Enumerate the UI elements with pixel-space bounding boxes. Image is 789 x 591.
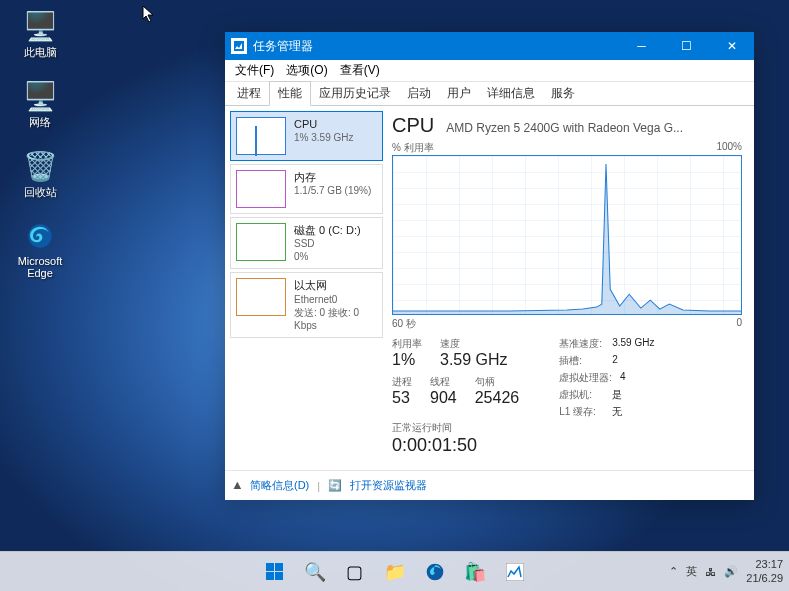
window-bottom-bar: ⯅ 简略信息(D) | 🔄 打开资源监视器 — [225, 470, 754, 500]
stat-virtualization: 是 — [612, 388, 622, 402]
menu-options[interactable]: 选项(O) — [280, 60, 333, 81]
cpu-chart[interactable] — [392, 155, 742, 315]
sidebar-item-disk[interactable]: 磁盘 0 (C: D:)SSD0% — [230, 217, 383, 269]
stat-sockets: 2 — [612, 354, 618, 368]
desktop-icon-edge[interactable]: Microsoft Edge — [10, 220, 70, 279]
open-resmon-link[interactable]: 打开资源监视器 — [350, 478, 427, 493]
maximize-button[interactable]: ☐ — [664, 32, 709, 60]
stat-processes: 53 — [392, 389, 412, 407]
clock[interactable]: 23:17 21/6.29 — [746, 558, 783, 584]
network-thumb — [236, 278, 286, 316]
tab-bar: 进程 性能 应用历史记录 启动 用户 详细信息 服务 — [225, 82, 754, 106]
pc-icon: 🖥️ — [24, 10, 56, 42]
app-icon — [231, 38, 247, 54]
sidebar-item-memory[interactable]: 内存1.1/5.7 GB (19%) — [230, 164, 383, 214]
disk-thumb — [236, 223, 286, 261]
stat-logical-processors: 4 — [620, 371, 626, 385]
stat-uptime: 0:00:01:50 — [392, 435, 519, 456]
recycle-icon: 🗑️ — [24, 150, 56, 182]
tab-services[interactable]: 服务 — [543, 82, 583, 105]
stat-speed: 3.59 GHz — [440, 351, 508, 369]
tray-chevron-up-icon[interactable]: ⌃ — [669, 565, 678, 578]
stat-utilization: 1% — [392, 351, 422, 369]
desktop-icon-this-pc[interactable]: 🖥️ 此电脑 — [10, 10, 70, 60]
close-button[interactable]: ✕ — [709, 32, 754, 60]
resource-title: CPU — [392, 114, 434, 137]
edge-icon — [24, 220, 56, 252]
svg-rect-1 — [234, 41, 244, 51]
taskbar: 🔍 ▢ 📁 🛍️ ⌃ 英 🖧 🔊 23:17 21/6.29 — [0, 551, 789, 591]
tab-details[interactable]: 详细信息 — [479, 82, 543, 105]
tab-performance[interactable]: 性能 — [269, 81, 311, 106]
memory-thumb — [236, 170, 286, 208]
resmon-icon: 🔄 — [328, 479, 342, 492]
task-manager-button[interactable] — [497, 554, 533, 590]
task-manager-window: 任务管理器 ─ ☐ ✕ 文件(F) 选项(O) 查看(V) 进程 性能 应用历史… — [225, 32, 754, 500]
task-view-button[interactable]: ▢ — [337, 554, 373, 590]
volume-icon[interactable]: 🔊 — [724, 565, 738, 578]
stat-threads: 904 — [430, 389, 457, 407]
fewer-details-link[interactable]: 简略信息(D) — [250, 478, 309, 493]
sidebar-item-cpu[interactable]: CPU1% 3.59 GHz — [230, 111, 383, 161]
tab-users[interactable]: 用户 — [439, 82, 479, 105]
desktop-icon-network[interactable]: 🖥️ 网络 — [10, 80, 70, 130]
tab-app-history[interactable]: 应用历史记录 — [311, 82, 399, 105]
stat-base-speed: 3.59 GHz — [612, 337, 654, 351]
edge-button[interactable] — [417, 554, 453, 590]
cpu-model: AMD Ryzen 5 2400G with Radeon Vega G... — [446, 121, 683, 135]
menu-view[interactable]: 查看(V) — [334, 60, 386, 81]
tab-processes[interactable]: 进程 — [229, 82, 269, 105]
tab-startup[interactable]: 启动 — [399, 82, 439, 105]
search-button[interactable]: 🔍 — [297, 554, 333, 590]
store-button[interactable]: 🛍️ — [457, 554, 493, 590]
window-titlebar[interactable]: 任务管理器 ─ ☐ ✕ — [225, 32, 754, 60]
resource-sidebar: CPU1% 3.59 GHz 内存1.1/5.7 GB (19%) 磁盘 0 (… — [225, 106, 388, 470]
cpu-thumb — [236, 117, 286, 155]
minimize-button[interactable]: ─ — [619, 32, 664, 60]
ime-indicator[interactable]: 英 — [686, 564, 697, 579]
menu-bar: 文件(F) 选项(O) 查看(V) — [225, 60, 754, 82]
menu-file[interactable]: 文件(F) — [229, 60, 280, 81]
stat-l1-cache: 无 — [612, 405, 622, 419]
chevron-up-icon: ⯅ — [233, 481, 242, 491]
network-icon: 🖥️ — [24, 80, 56, 112]
sidebar-item-ethernet[interactable]: 以太网Ethernet0发送: 0 接收: 0 Kbps — [230, 272, 383, 337]
stat-handles: 25426 — [475, 389, 520, 407]
desktop-icon-recycle-bin[interactable]: 🗑️ 回收站 — [10, 150, 70, 200]
explorer-button[interactable]: 📁 — [377, 554, 413, 590]
network-tray-icon[interactable]: 🖧 — [705, 566, 716, 578]
main-panel: CPU AMD Ryzen 5 2400G with Radeon Vega G… — [388, 106, 754, 470]
window-title: 任务管理器 — [253, 38, 619, 55]
start-button[interactable] — [257, 554, 293, 590]
